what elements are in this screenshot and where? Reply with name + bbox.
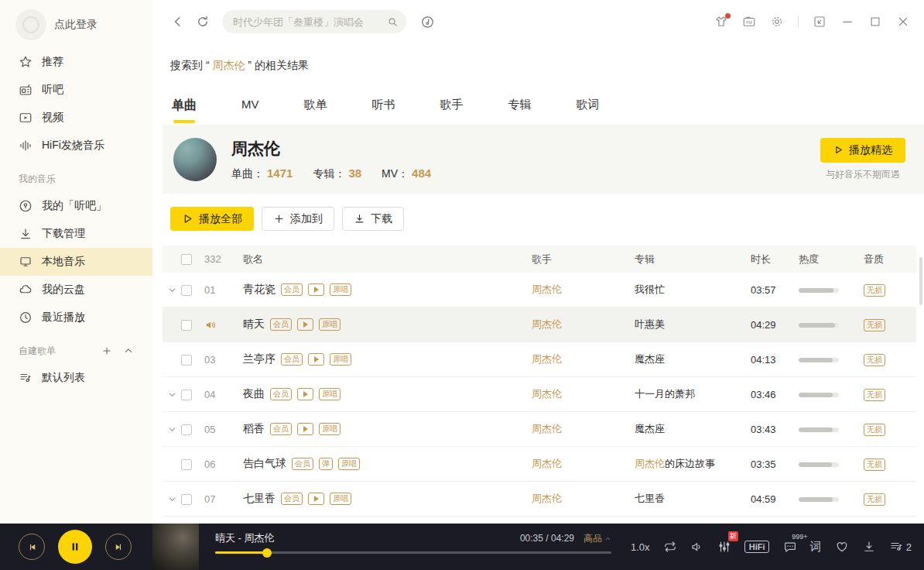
minimize-icon[interactable]: [840, 15, 854, 29]
volume-icon[interactable]: [690, 540, 704, 554]
mv-badge[interactable]: [308, 283, 324, 296]
favorite-heart-icon[interactable]: [835, 540, 849, 554]
mini-mode-icon[interactable]: [813, 15, 826, 29]
search-input[interactable]: [233, 16, 387, 28]
row-checkbox[interactable]: [181, 355, 192, 366]
song-album[interactable]: 周杰伦的床边故事: [635, 457, 751, 471]
sidebar-item-listen-bar[interactable]: 听吧: [0, 76, 152, 104]
collapse-chevron-up-icon[interactable]: [123, 345, 134, 356]
tab-songs[interactable]: 单曲: [172, 98, 197, 123]
progress-knob[interactable]: [262, 548, 272, 558]
row-checkbox[interactable]: [181, 320, 192, 331]
sidebar-item-recommend[interactable]: 推荐: [0, 48, 152, 76]
header-artist[interactable]: 歌手: [532, 252, 635, 266]
maximize-icon[interactable]: [868, 15, 882, 29]
table-row-playing[interactable]: 晴天 会员 原唱 周杰伦 叶惠美 04:29 无损: [163, 307, 916, 342]
tab-playlists[interactable]: 歌单: [304, 98, 327, 123]
row-checkbox[interactable]: [181, 459, 192, 470]
row-checkbox[interactable]: [181, 494, 192, 505]
sidebar-item-download-manager[interactable]: 下载管理: [0, 220, 152, 248]
header-album[interactable]: 专辑: [635, 252, 751, 266]
song-artist-link[interactable]: 周杰伦: [532, 352, 635, 366]
settings-gear-icon[interactable]: [770, 15, 784, 29]
mv-badge[interactable]: [297, 318, 313, 331]
scrollbar-thumb[interactable]: [919, 257, 922, 305]
sidebar-item-video[interactable]: 视频: [0, 104, 152, 132]
select-all-checkbox[interactable]: [181, 254, 192, 265]
sidebar-item-recent-played[interactable]: 最近播放: [0, 304, 152, 331]
mv-badge[interactable]: [297, 388, 313, 400]
next-track-button[interactable]: [105, 534, 132, 560]
row-checkbox[interactable]: [181, 424, 192, 435]
song-album[interactable]: 魔杰座: [635, 352, 751, 366]
previous-track-button[interactable]: [19, 534, 45, 560]
header-duration[interactable]: 时长: [751, 252, 799, 266]
expand-chevron-down-icon[interactable]: [163, 424, 181, 434]
table-row[interactable]: 06 告白气球 会员 弹 原唱 周杰伦 周杰伦的床边故事 03:35 无损: [163, 447, 916, 482]
close-icon[interactable]: [896, 15, 910, 29]
mv-badge[interactable]: [308, 493, 324, 505]
song-album[interactable]: 魔杰座: [635, 422, 751, 436]
song-album[interactable]: 七里香: [635, 492, 751, 506]
header-quality[interactable]: 音质: [864, 252, 913, 266]
play-pause-button[interactable]: [58, 530, 92, 564]
equalizer-icon[interactable]: 新: [717, 540, 731, 554]
add-playlist-icon[interactable]: [101, 345, 112, 356]
table-row[interactable]: 03 兰亭序 会员 原唱 周杰伦 魔杰座 04:13 无损: [163, 342, 916, 377]
fm-radio-icon[interactable]: FM: [742, 15, 756, 29]
song-artist-link[interactable]: 周杰伦: [532, 492, 635, 506]
mv-badge[interactable]: [297, 423, 313, 435]
song-album[interactable]: 叶惠美: [635, 318, 751, 331]
table-row[interactable]: 05 稻香 会员 原唱 周杰伦 魔杰座 03:43 无损: [163, 412, 916, 447]
music-recognition-icon[interactable]: [420, 15, 435, 29]
refresh-icon[interactable]: [196, 15, 210, 29]
tab-lyrics[interactable]: 歌词: [577, 98, 600, 123]
tab-audiobooks[interactable]: 听书: [372, 98, 395, 123]
song-album[interactable]: 十一月的萧邦: [635, 387, 751, 401]
tab-mv[interactable]: MV: [241, 98, 259, 123]
sidebar-item-local-music[interactable]: 本地音乐: [0, 248, 152, 276]
hifi-button[interactable]: HiFi: [744, 541, 770, 553]
progress-bar[interactable]: [215, 551, 611, 554]
song-album[interactable]: 我很忙: [635, 283, 751, 297]
download-icon[interactable]: [862, 540, 876, 554]
back-icon[interactable]: [171, 15, 185, 29]
download-button[interactable]: 下载: [342, 207, 404, 231]
song-artist-link[interactable]: 周杰伦: [532, 457, 635, 471]
header-heat[interactable]: 热度: [799, 252, 864, 266]
expand-chevron-down-icon[interactable]: [163, 494, 181, 504]
sidebar-item-cloud-drive[interactable]: 我的云盘: [0, 276, 152, 304]
playback-speed-button[interactable]: 1.0x: [631, 541, 650, 553]
expand-chevron-down-icon[interactable]: [163, 390, 181, 400]
play-featured-button[interactable]: 播放精选: [820, 138, 905, 163]
sidebar-item-hifi[interactable]: HiFi发烧音乐: [0, 132, 152, 160]
song-artist-link[interactable]: 周杰伦: [532, 422, 635, 436]
tab-artists[interactable]: 歌手: [440, 98, 464, 123]
expand-chevron-down-icon[interactable]: [163, 285, 181, 295]
quality-selector[interactable]: 高品: [583, 532, 611, 545]
table-row[interactable]: 01 青花瓷 会员 原唱 周杰伦 我很忙 03:57 无损: [163, 273, 916, 307]
comments-icon[interactable]: 999+: [783, 540, 797, 554]
table-row[interactable]: 07 七里香 会员 原唱 周杰伦 七里香 04:59 无损: [163, 482, 916, 517]
header-name[interactable]: 歌名: [243, 252, 532, 266]
tab-albums[interactable]: 专辑: [508, 98, 532, 123]
search-box[interactable]: [222, 10, 406, 33]
sidebar-item-default-playlist[interactable]: 默认列表: [0, 364, 152, 392]
login-button[interactable]: 点此登录: [0, 2, 152, 48]
play-queue-button[interactable]: 2: [889, 540, 912, 554]
song-artist-link[interactable]: 周杰伦: [532, 387, 635, 401]
search-icon[interactable]: [387, 16, 399, 28]
mv-badge[interactable]: [308, 353, 324, 366]
song-artist-link[interactable]: 周杰伦: [532, 283, 635, 297]
sidebar-item-my-listen-bar[interactable]: 我的「听吧」: [0, 192, 152, 220]
theme-skin-icon[interactable]: [714, 15, 728, 29]
table-row[interactable]: 04 夜曲 会员 原唱 周杰伦 十一月的萧邦 03:46 无损: [163, 377, 916, 412]
player-album-art[interactable]: [152, 524, 199, 570]
artist-avatar[interactable]: [173, 138, 217, 181]
add-to-button[interactable]: 添加到: [262, 207, 334, 231]
repeat-mode-icon[interactable]: [663, 540, 677, 554]
row-checkbox[interactable]: [181, 285, 192, 296]
play-all-button[interactable]: 播放全部: [170, 207, 254, 231]
row-checkbox[interactable]: [181, 390, 192, 400]
song-artist-link[interactable]: 周杰伦: [532, 318, 635, 331]
